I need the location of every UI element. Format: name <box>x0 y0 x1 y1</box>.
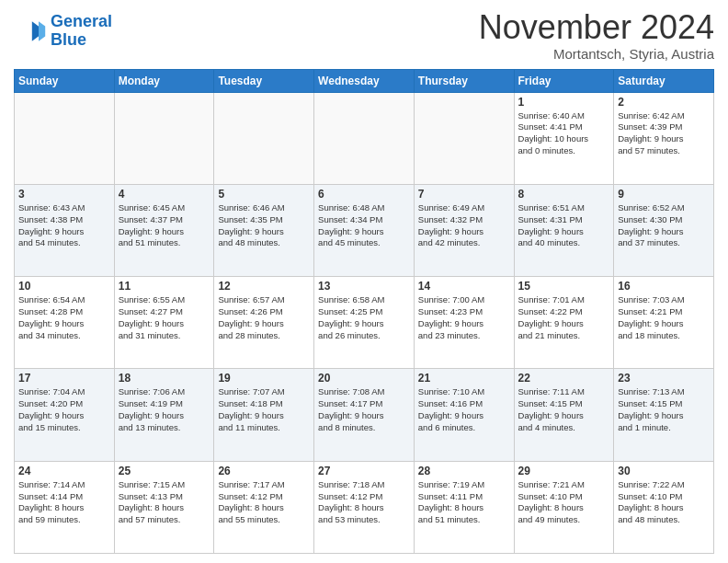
calendar-cell: 15Sunrise: 7:01 AM Sunset: 4:22 PM Dayli… <box>514 277 614 369</box>
day-info: Sunrise: 6:45 AM Sunset: 4:37 PM Dayligh… <box>119 202 210 249</box>
day-info: Sunrise: 7:10 AM Sunset: 4:16 PM Dayligh… <box>418 386 510 433</box>
calendar-cell: 5Sunrise: 6:46 AM Sunset: 4:35 PM Daylig… <box>214 184 314 276</box>
day-number: 24 <box>18 465 110 477</box>
calendar-table: Sunday Monday Tuesday Wednesday Thursday… <box>14 69 714 554</box>
day-number: 18 <box>119 372 210 385</box>
day-info: Sunrise: 7:22 AM Sunset: 4:10 PM Dayligh… <box>618 479 710 526</box>
calendar-cell: 12Sunrise: 6:57 AM Sunset: 4:26 PM Dayli… <box>214 277 314 369</box>
day-info: Sunrise: 7:08 AM Sunset: 4:17 PM Dayligh… <box>318 386 410 433</box>
day-number: 2 <box>618 96 710 109</box>
header-monday: Monday <box>114 69 214 92</box>
day-number: 3 <box>18 188 110 201</box>
day-info: Sunrise: 7:13 AM Sunset: 4:15 PM Dayligh… <box>618 386 710 433</box>
day-number: 1 <box>518 96 610 109</box>
calendar-cell: 19Sunrise: 7:07 AM Sunset: 4:18 PM Dayli… <box>214 369 314 461</box>
calendar-cell: 1Sunrise: 6:40 AM Sunset: 4:41 PM Daylig… <box>514 92 614 184</box>
day-info: Sunrise: 6:57 AM Sunset: 4:26 PM Dayligh… <box>218 294 310 341</box>
day-number: 11 <box>119 280 210 293</box>
calendar-cell <box>214 92 314 184</box>
page: General Blue November 2024 Mortantsch, S… <box>0 0 728 563</box>
calendar-cell: 17Sunrise: 7:04 AM Sunset: 4:20 PM Dayli… <box>15 369 115 461</box>
day-number: 15 <box>518 280 610 293</box>
calendar-cell: 13Sunrise: 6:58 AM Sunset: 4:25 PM Dayli… <box>314 277 415 369</box>
day-number: 26 <box>218 465 310 477</box>
day-number: 13 <box>318 280 410 293</box>
day-number: 14 <box>418 280 510 293</box>
day-info: Sunrise: 7:07 AM Sunset: 4:18 PM Dayligh… <box>218 386 310 433</box>
day-info: Sunrise: 6:42 AM Sunset: 4:39 PM Dayligh… <box>618 110 710 157</box>
calendar-cell: 2Sunrise: 6:42 AM Sunset: 4:39 PM Daylig… <box>614 92 714 184</box>
calendar-cell: 21Sunrise: 7:10 AM Sunset: 4:16 PM Dayli… <box>414 369 514 461</box>
day-number: 16 <box>618 280 710 293</box>
week-row: 24Sunrise: 7:14 AM Sunset: 4:14 PM Dayli… <box>15 461 714 553</box>
calendar-header: Sunday Monday Tuesday Wednesday Thursday… <box>15 69 714 92</box>
calendar-cell: 7Sunrise: 6:49 AM Sunset: 4:32 PM Daylig… <box>414 184 514 276</box>
logo-text: General Blue <box>51 13 112 50</box>
logo-general: General <box>51 12 112 30</box>
header-friday: Friday <box>514 69 614 92</box>
day-number: 27 <box>318 465 410 477</box>
calendar-cell <box>314 92 415 184</box>
day-number: 29 <box>518 465 610 477</box>
calendar-cell: 23Sunrise: 7:13 AM Sunset: 4:15 PM Dayli… <box>614 369 714 461</box>
day-info: Sunrise: 7:04 AM Sunset: 4:20 PM Dayligh… <box>18 386 110 433</box>
day-number: 30 <box>618 465 710 477</box>
day-number: 22 <box>518 372 610 385</box>
calendar-cell: 16Sunrise: 7:03 AM Sunset: 4:21 PM Dayli… <box>614 277 714 369</box>
calendar-cell: 6Sunrise: 6:48 AM Sunset: 4:34 PM Daylig… <box>314 184 415 276</box>
location-subtitle: Mortantsch, Styria, Austria <box>479 46 714 62</box>
day-number: 10 <box>18 280 110 293</box>
calendar-cell: 25Sunrise: 7:15 AM Sunset: 4:13 PM Dayli… <box>114 461 214 553</box>
logo-blue: Blue <box>51 31 112 50</box>
month-title: November 2024 <box>479 9 714 46</box>
day-info: Sunrise: 6:58 AM Sunset: 4:25 PM Dayligh… <box>318 294 410 341</box>
calendar-cell <box>15 92 115 184</box>
day-info: Sunrise: 6:40 AM Sunset: 4:41 PM Dayligh… <box>518 110 610 157</box>
day-number: 12 <box>218 280 310 293</box>
header-tuesday: Tuesday <box>214 69 314 92</box>
day-info: Sunrise: 6:54 AM Sunset: 4:28 PM Dayligh… <box>18 294 110 341</box>
header-thursday: Thursday <box>414 69 514 92</box>
day-info: Sunrise: 6:49 AM Sunset: 4:32 PM Dayligh… <box>418 202 510 249</box>
day-info: Sunrise: 7:00 AM Sunset: 4:23 PM Dayligh… <box>418 294 510 341</box>
calendar-cell: 28Sunrise: 7:19 AM Sunset: 4:11 PM Dayli… <box>414 461 514 553</box>
calendar-cell: 27Sunrise: 7:18 AM Sunset: 4:12 PM Dayli… <box>314 461 415 553</box>
day-number: 5 <box>218 188 310 201</box>
calendar-cell: 26Sunrise: 7:17 AM Sunset: 4:12 PM Dayli… <box>214 461 314 553</box>
week-row: 10Sunrise: 6:54 AM Sunset: 4:28 PM Dayli… <box>15 277 714 369</box>
calendar-cell: 22Sunrise: 7:11 AM Sunset: 4:15 PM Dayli… <box>514 369 614 461</box>
day-info: Sunrise: 6:48 AM Sunset: 4:34 PM Dayligh… <box>318 202 410 249</box>
calendar-cell: 4Sunrise: 6:45 AM Sunset: 4:37 PM Daylig… <box>114 184 214 276</box>
day-info: Sunrise: 6:55 AM Sunset: 4:27 PM Dayligh… <box>119 294 210 341</box>
day-info: Sunrise: 7:18 AM Sunset: 4:12 PM Dayligh… <box>318 479 410 526</box>
calendar-cell: 18Sunrise: 7:06 AM Sunset: 4:19 PM Dayli… <box>114 369 214 461</box>
week-row: 3Sunrise: 6:43 AM Sunset: 4:38 PM Daylig… <box>15 184 714 276</box>
calendar-cell: 30Sunrise: 7:22 AM Sunset: 4:10 PM Dayli… <box>614 461 714 553</box>
day-info: Sunrise: 6:51 AM Sunset: 4:31 PM Dayligh… <box>518 202 610 249</box>
calendar-cell: 3Sunrise: 6:43 AM Sunset: 4:38 PM Daylig… <box>15 184 115 276</box>
weekday-row: Sunday Monday Tuesday Wednesday Thursday… <box>15 69 714 92</box>
header-wednesday: Wednesday <box>314 69 415 92</box>
day-info: Sunrise: 6:52 AM Sunset: 4:30 PM Dayligh… <box>618 202 710 249</box>
day-number: 23 <box>618 372 710 385</box>
calendar-body: 1Sunrise: 6:40 AM Sunset: 4:41 PM Daylig… <box>15 92 714 553</box>
day-info: Sunrise: 7:01 AM Sunset: 4:22 PM Dayligh… <box>518 294 610 341</box>
calendar-cell: 10Sunrise: 6:54 AM Sunset: 4:28 PM Dayli… <box>15 277 115 369</box>
day-number: 8 <box>518 188 610 201</box>
calendar-cell <box>414 92 514 184</box>
day-info: Sunrise: 7:21 AM Sunset: 4:10 PM Dayligh… <box>518 479 610 526</box>
day-info: Sunrise: 7:03 AM Sunset: 4:21 PM Dayligh… <box>618 294 710 341</box>
header: General Blue November 2024 Mortantsch, S… <box>14 9 714 62</box>
day-number: 19 <box>218 372 310 385</box>
day-number: 21 <box>418 372 510 385</box>
calendar-cell: 11Sunrise: 6:55 AM Sunset: 4:27 PM Dayli… <box>114 277 214 369</box>
week-row: 17Sunrise: 7:04 AM Sunset: 4:20 PM Dayli… <box>15 369 714 461</box>
day-number: 20 <box>318 372 410 385</box>
day-number: 25 <box>119 465 210 477</box>
calendar-cell: 14Sunrise: 7:00 AM Sunset: 4:23 PM Dayli… <box>414 277 514 369</box>
day-number: 28 <box>418 465 510 477</box>
calendar-cell: 24Sunrise: 7:14 AM Sunset: 4:14 PM Dayli… <box>15 461 115 553</box>
day-info: Sunrise: 6:43 AM Sunset: 4:38 PM Dayligh… <box>18 202 110 249</box>
day-info: Sunrise: 7:11 AM Sunset: 4:15 PM Dayligh… <box>518 386 610 433</box>
day-info: Sunrise: 7:19 AM Sunset: 4:11 PM Dayligh… <box>418 479 510 526</box>
